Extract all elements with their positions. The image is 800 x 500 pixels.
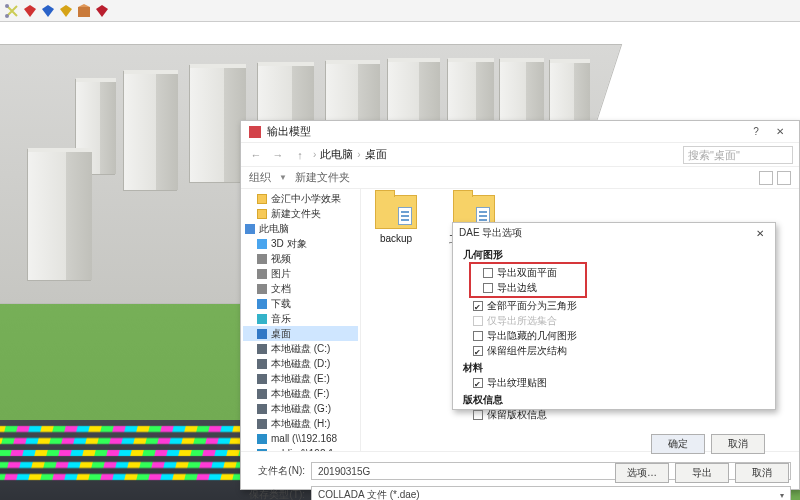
folder-tree[interactable]: 金汇中小学效果新建文件夹此电脑3D 对象视频图片文档下载音乐桌面本地磁盘 (C:… xyxy=(241,189,361,451)
gray-icon xyxy=(257,284,267,294)
dialog-titlebar[interactable]: 输出模型 ? ✕ xyxy=(241,121,799,143)
tree-item[interactable]: 3D 对象 xyxy=(243,236,358,251)
tree-item[interactable]: 此电脑 xyxy=(243,221,358,236)
search-input[interactable]: 搜索"桌面" xyxy=(683,146,793,164)
filename-label: 文件名(N): xyxy=(249,464,305,478)
group-geometry-label: 几何图形 xyxy=(463,247,765,262)
tree-item[interactable]: 本地磁盘 (D:) xyxy=(243,356,358,371)
nav-back-button[interactable]: ← xyxy=(247,146,265,164)
tree-item-label: 新建文件夹 xyxy=(271,206,321,221)
tree-item[interactable]: 本地磁盘 (H:) xyxy=(243,416,358,431)
drive-icon xyxy=(257,374,267,384)
main-toolbar xyxy=(0,0,800,22)
options-button[interactable]: 选项… xyxy=(615,463,669,483)
tree-item-label: 3D 对象 xyxy=(271,236,307,251)
tree-item-label: 本地磁盘 (G:) xyxy=(271,401,331,416)
tree-item-label: 下载 xyxy=(271,296,291,311)
filetype-select[interactable]: COLLADA 文件 (*.dae) ▾ xyxy=(311,486,791,500)
folder-icon xyxy=(375,195,417,229)
tree-item[interactable]: 图片 xyxy=(243,266,358,281)
tree-item-label: public (\\192.1 xyxy=(271,446,334,451)
tree-item[interactable]: 本地磁盘 (C:) xyxy=(243,341,358,356)
tree-item[interactable]: 文档 xyxy=(243,281,358,296)
tree-item-label: 桌面 xyxy=(271,326,291,341)
ruby-icon[interactable] xyxy=(94,3,110,19)
svg-marker-2 xyxy=(24,5,36,17)
help-icon[interactable] xyxy=(777,171,791,185)
gem-red-icon[interactable] xyxy=(22,3,38,19)
chk-hierarchy[interactable]: 保留组件层次结构 xyxy=(463,343,765,358)
chk-triangulate[interactable]: 全部平面分为三角形 xyxy=(463,298,765,313)
tree-item[interactable]: 本地磁盘 (F:) xyxy=(243,386,358,401)
chk-texture-maps[interactable]: 导出纹理贴图 xyxy=(463,375,765,390)
drive-icon xyxy=(257,419,267,429)
ok-button[interactable]: 确定 xyxy=(651,434,705,454)
dialog-close-button[interactable]: ✕ xyxy=(769,124,791,140)
tree-item-label: 本地磁盘 (H:) xyxy=(271,416,330,431)
tree-item[interactable]: 桌面 xyxy=(243,326,358,341)
tree-item[interactable]: mall (\\192.168 xyxy=(243,431,358,446)
view-icon[interactable] xyxy=(759,171,773,185)
breadcrumb-segment[interactable]: 此电脑 xyxy=(320,147,353,162)
folder-item[interactable]: backup xyxy=(367,195,425,244)
tree-item[interactable]: 本地磁盘 (E:) xyxy=(243,371,358,386)
tree-item[interactable]: 金汇中小学效果 xyxy=(243,191,358,206)
svg-marker-4 xyxy=(60,5,72,17)
nav-bar: ← → ↑ › 此电脑 › 桌面 搜索"桌面" xyxy=(241,143,799,167)
svg-point-0 xyxy=(5,4,9,8)
options-title: DAE 导出选项 xyxy=(459,226,522,240)
building xyxy=(28,148,92,280)
chk-export-edges[interactable]: 导出边线 xyxy=(473,280,583,295)
chevron-down-icon: ▼ xyxy=(279,173,287,182)
app-icon xyxy=(249,126,261,138)
tree-item-label: mall (\\192.168 xyxy=(271,431,337,446)
nav-up-button[interactable]: ↑ xyxy=(291,146,309,164)
chevron-down-icon[interactable]: ▾ xyxy=(780,491,784,500)
export-button[interactable]: 导出 xyxy=(675,463,729,483)
gem-gold-icon[interactable] xyxy=(58,3,74,19)
folder-icon xyxy=(257,194,267,204)
tree-item[interactable]: 视频 xyxy=(243,251,358,266)
breadcrumb-segment[interactable]: 桌面 xyxy=(365,147,387,162)
drive-icon xyxy=(257,404,267,414)
dae-options-dialog: DAE 导出选项 ✕ 几何图形 导出双面平面 导出边线 全部平面分为三角形 仅导… xyxy=(452,222,776,410)
dialog-help-button[interactable]: ? xyxy=(745,124,767,140)
tree-item-label: 文档 xyxy=(271,281,291,296)
chk-credit[interactable]: 保留版权信息 xyxy=(463,407,765,422)
tree-item[interactable]: 下载 xyxy=(243,296,358,311)
svg-marker-6 xyxy=(96,5,108,17)
drive-icon xyxy=(257,389,267,399)
gem-blue-icon[interactable] xyxy=(40,3,56,19)
tree-item-label: 本地磁盘 (F:) xyxy=(271,386,329,401)
nav-forward-button[interactable]: → xyxy=(269,146,287,164)
options-titlebar[interactable]: DAE 导出选项 ✕ xyxy=(453,223,775,243)
tree-item-label: 本地磁盘 (C:) xyxy=(271,341,330,356)
new-folder-button[interactable]: 新建文件夹 xyxy=(295,170,350,185)
chk-hidden-geometry[interactable]: 导出隐藏的几何图形 xyxy=(463,328,765,343)
chk-selection-only: 仅导出所选集合 xyxy=(463,313,765,328)
tree-item[interactable]: 新建文件夹 xyxy=(243,206,358,221)
building xyxy=(124,70,178,190)
tree-item-label: 音乐 xyxy=(271,311,291,326)
organize-menu[interactable]: 组织 xyxy=(249,170,271,185)
sel-icon xyxy=(257,329,267,339)
cancel-button[interactable]: 取消 xyxy=(735,463,789,483)
package-icon[interactable] xyxy=(76,3,92,19)
tree-item[interactable]: 本地磁盘 (G:) xyxy=(243,401,358,416)
svg-point-1 xyxy=(5,14,9,18)
scissors-icon[interactable] xyxy=(4,3,20,19)
folder-icon xyxy=(257,209,267,219)
net-icon xyxy=(257,434,267,444)
svg-rect-5 xyxy=(78,7,90,17)
tree-item-label: 此电脑 xyxy=(259,221,289,236)
close-icon[interactable]: ✕ xyxy=(751,228,769,239)
group-material-label: 材料 xyxy=(463,360,765,375)
tree-item[interactable]: public (\\192.1 xyxy=(243,446,358,451)
tree-item[interactable]: 音乐 xyxy=(243,311,358,326)
options-cancel-button[interactable]: 取消 xyxy=(711,434,765,454)
music-icon xyxy=(257,314,267,324)
net-icon xyxy=(257,449,267,452)
tree-item-label: 图片 xyxy=(271,266,291,281)
chk-two-sided[interactable]: 导出双面平面 xyxy=(473,265,583,280)
command-bar: 组织 ▼ 新建文件夹 xyxy=(241,167,799,189)
